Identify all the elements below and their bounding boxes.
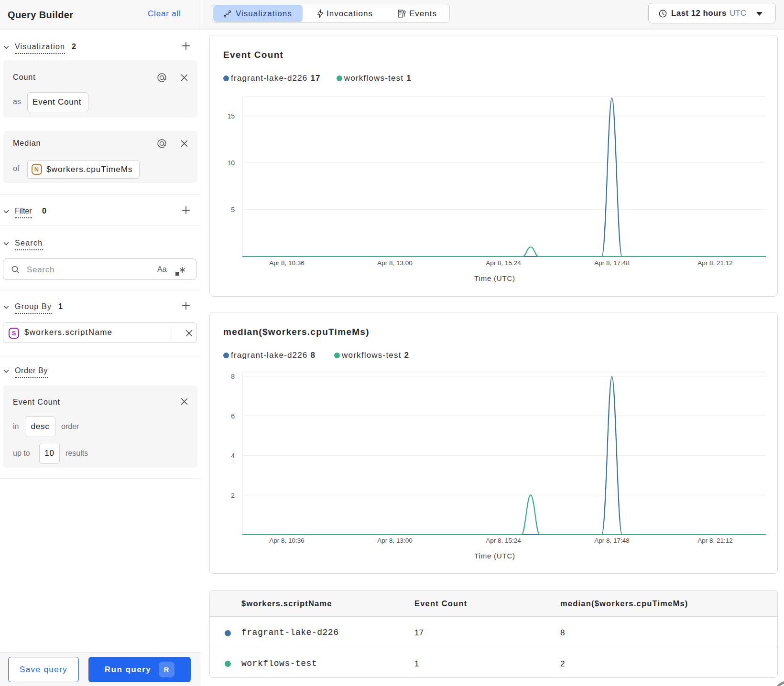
svg-text:Apr 8, 17:48: Apr 8, 17:48 (594, 259, 630, 267)
svg-text:Apr 8, 21:12: Apr 8, 21:12 (697, 259, 733, 267)
svg-text:15: 15 (227, 112, 235, 120)
svg-text:2: 2 (231, 492, 235, 499)
svg-text:Apr 8, 15:24: Apr 8, 15:24 (486, 537, 521, 544)
svg-text:Apr 8, 13:00: Apr 8, 13:00 (377, 259, 413, 267)
svg-text:Apr 8, 21:12: Apr 8, 21:12 (697, 537, 733, 544)
svg-text:Time (UTC): Time (UTC) (474, 552, 515, 560)
svg-text:Apr 8, 15:24: Apr 8, 15:24 (486, 259, 521, 267)
svg-text:5: 5 (231, 206, 235, 214)
svg-text:4: 4 (231, 452, 235, 460)
svg-text:Apr 8, 10:36: Apr 8, 10:36 (269, 259, 305, 267)
svg-text:Time (UTC): Time (UTC) (474, 274, 515, 282)
svg-text:8: 8 (231, 373, 235, 380)
svg-text:10: 10 (227, 159, 235, 167)
svg-text:Apr 8, 13:00: Apr 8, 13:00 (377, 537, 413, 544)
svg-text:Apr 8, 10:36: Apr 8, 10:36 (269, 537, 305, 544)
svg-text:Apr 8, 17:48: Apr 8, 17:48 (594, 537, 630, 544)
svg-text:6: 6 (231, 412, 235, 420)
